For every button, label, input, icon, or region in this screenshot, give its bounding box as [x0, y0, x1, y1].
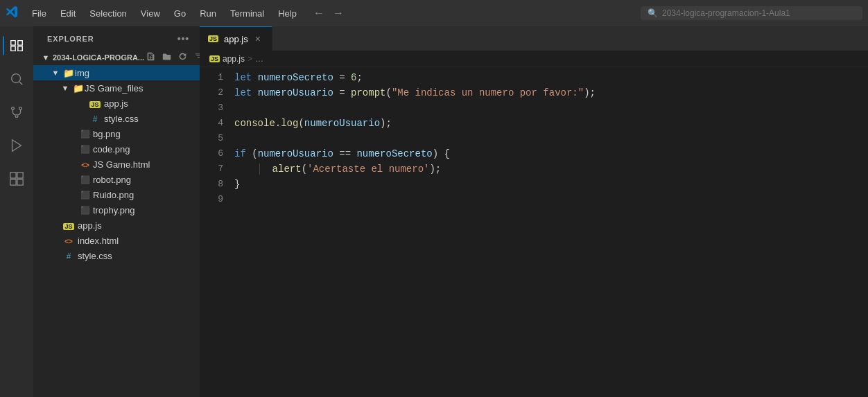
- menu-file[interactable]: File: [26, 6, 52, 21]
- source-control-activity-icon[interactable]: [3, 98, 31, 126]
- file-code-png[interactable]: ⬛ code.png: [33, 141, 200, 157]
- refresh-icon[interactable]: [176, 51, 189, 64]
- file-ruido-png[interactable]: ⬛ Ruido.png: [33, 187, 200, 202]
- menu-view[interactable]: View: [135, 6, 166, 21]
- trophy-png-icon: ⬛: [79, 206, 92, 215]
- forward-arrow[interactable]: →: [330, 6, 347, 21]
- line-content-6: if (numeroUsuario == numeroSecreto) {: [234, 146, 868, 161]
- explorer-title: EXPLORER: [47, 35, 94, 43]
- code-line-8: 8 }: [200, 177, 868, 192]
- tabs-bar: JS app.js ×: [200, 26, 868, 51]
- file-js-game-html[interactable]: <> JS Game.html: [33, 157, 200, 172]
- js-game-folder-icon: 📁: [72, 83, 85, 94]
- folder-img-label: img: [75, 68, 200, 78]
- file-style-css-nested[interactable]: # style.css: [33, 111, 200, 126]
- search-icon: 🔍: [648, 8, 658, 18]
- collapse-icon[interactable]: [192, 51, 200, 64]
- nav-arrows: ← →: [311, 6, 347, 21]
- menu-terminal[interactable]: Terminal: [225, 6, 270, 21]
- tab-app-js[interactable]: JS app.js ×: [200, 26, 272, 51]
- root-folder[interactable]: ▼ 2034-LOGICA-PROGRA...: [33, 50, 200, 65]
- style-css-root-icon: #: [62, 251, 75, 261]
- style-css-nested-icon: #: [89, 114, 101, 124]
- folder-js-game-files[interactable]: ▼ 📁 JS Game_files: [33, 80, 200, 96]
- robot-png-icon: ⬛: [79, 175, 92, 184]
- svg-rect-7: [10, 179, 16, 185]
- line-num-7: 7: [200, 161, 234, 177]
- title-bar: File Edit Selection View Go Run Terminal…: [0, 0, 868, 26]
- js-game-html-label: JS Game.html: [93, 159, 200, 170]
- line-content-1: let numeroSecreto = 6;: [234, 70, 868, 85]
- svg-point-3: [15, 115, 18, 118]
- root-folder-label: 2034-LOGICA-PROGRA...: [53, 53, 144, 62]
- app-js-root-icon: JS: [62, 220, 75, 231]
- line-num-9: 9: [200, 192, 234, 207]
- search-activity-icon[interactable]: [3, 65, 31, 93]
- file-style-css-root[interactable]: # style.css: [33, 248, 200, 263]
- tab-close-icon[interactable]: ×: [252, 33, 263, 44]
- line-content-7: alert('Acertaste el numero');: [234, 161, 868, 177]
- root-chevron: ▼: [39, 53, 53, 62]
- breadcrumb: JS app.js > …: [200, 51, 868, 67]
- line-content-2: let numeroUsuario = prompt("Me indicas u…: [234, 85, 868, 100]
- tab-js-badge: JS: [208, 35, 218, 42]
- js-game-files-chevron: ▼: [58, 84, 72, 92]
- new-folder-icon[interactable]: [160, 51, 173, 64]
- line-num-3: 3: [200, 100, 234, 116]
- index-html-icon: <>: [62, 236, 75, 246]
- file-robot-png[interactable]: ⬛ robot.png: [33, 172, 200, 187]
- explorer-activity-icon[interactable]: [3, 32, 31, 60]
- line-content-8: }: [234, 177, 868, 192]
- code-editor[interactable]: 1 let numeroSecreto = 6; 2 let numeroUsu…: [200, 67, 868, 397]
- file-app-js-nested[interactable]: JS app.js: [33, 96, 200, 111]
- app-js-root-label: app.js: [78, 220, 200, 231]
- file-tree: ▼ 2034-LOGICA-PROGRA...: [33, 50, 200, 397]
- code-png-label: code.png: [93, 144, 200, 155]
- style-css-root-label: style.css: [78, 251, 200, 261]
- breadcrumb-sep: >: [248, 54, 252, 64]
- line-content-9: [234, 192, 868, 207]
- breadcrumb-filename: app.js: [223, 54, 245, 64]
- bg-png-icon: ⬛: [79, 130, 92, 139]
- menu-go[interactable]: Go: [168, 6, 191, 21]
- menu-edit[interactable]: Edit: [55, 6, 81, 21]
- menu-run[interactable]: Run: [194, 6, 222, 21]
- trophy-png-label: trophy.png: [93, 205, 200, 215]
- file-bg-png[interactable]: ⬛ bg.png: [33, 126, 200, 141]
- file-app-js-root[interactable]: JS app.js: [33, 218, 200, 233]
- new-file-icon[interactable]: [144, 51, 157, 64]
- back-arrow[interactable]: ←: [311, 6, 327, 21]
- extensions-activity-icon[interactable]: [3, 165, 31, 193]
- breadcrumb-ellipsis: …: [255, 54, 263, 64]
- search-bar[interactable]: 🔍: [641, 6, 862, 20]
- run-debug-activity-icon[interactable]: [3, 132, 31, 159]
- file-index-html[interactable]: <> index.html: [33, 233, 200, 248]
- svg-rect-6: [17, 173, 23, 178]
- more-options-icon[interactable]: •••: [175, 32, 191, 46]
- line-content-4: console.log(numeroUsuario);: [234, 116, 868, 131]
- search-input[interactable]: [662, 8, 856, 18]
- file-trophy-png[interactable]: ⬛ trophy.png: [33, 202, 200, 218]
- sidebar-header: EXPLORER •••: [33, 26, 200, 50]
- code-line-4: 4 console.log(numeroUsuario);: [200, 116, 868, 131]
- code-line-7: 7 alert('Acertaste el numero');: [200, 161, 868, 177]
- editor-area: JS app.js × JS app.js > … 1 let numeroSe…: [200, 26, 868, 397]
- main-area: EXPLORER ••• ▼ 2034-LOGICA-PROGRA...: [0, 26, 868, 397]
- svg-point-0: [12, 74, 21, 83]
- app-js-nested-icon: JS: [89, 98, 101, 109]
- menu-selection[interactable]: Selection: [84, 6, 132, 21]
- svg-marker-4: [12, 140, 21, 152]
- style-css-nested-label: style.css: [104, 114, 200, 124]
- folder-img[interactable]: ▼ 📁 img: [33, 65, 200, 80]
- code-line-9: 9: [200, 192, 868, 207]
- code-png-icon: ⬛: [79, 145, 92, 154]
- menu-help[interactable]: Help: [272, 6, 302, 21]
- line-num-8: 8: [200, 177, 234, 192]
- sidebar-header-icons: •••: [175, 32, 191, 46]
- line-num-1: 1: [200, 70, 234, 85]
- app-js-nested-label: app.js: [104, 98, 200, 109]
- svg-point-1: [12, 107, 15, 110]
- line-num-4: 4: [200, 116, 234, 131]
- line-num-2: 2: [200, 85, 234, 100]
- sidebar: EXPLORER ••• ▼ 2034-LOGICA-PROGRA...: [33, 26, 200, 397]
